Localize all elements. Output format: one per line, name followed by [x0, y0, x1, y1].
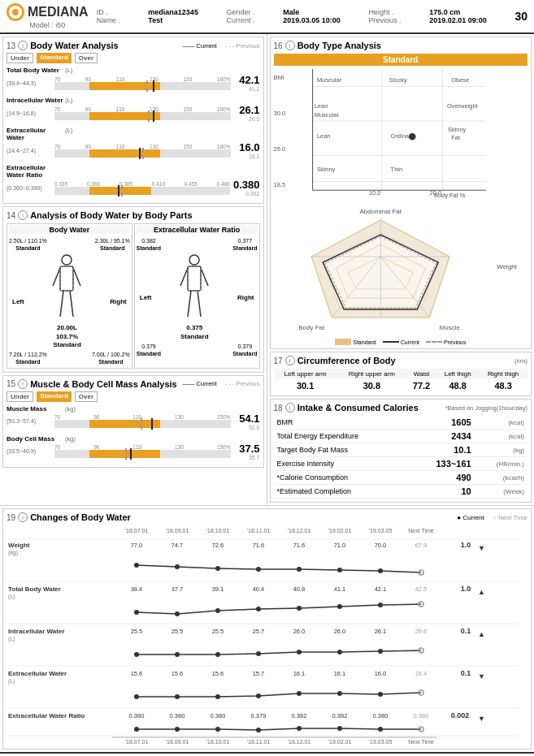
svg-point-80: [297, 567, 302, 572]
bta-standard-bar: Standard: [274, 54, 528, 66]
bwa-value-2: 26.1: [234, 104, 260, 116]
intake-label-5: *Estimated Completion: [274, 485, 410, 499]
intake-label-2: Target Body Fat Mass: [274, 443, 410, 457]
svg-text:16.4: 16.4: [415, 670, 428, 677]
svg-text:0.382: 0.382: [332, 712, 348, 719]
radar-standard-label: Standard: [353, 339, 376, 345]
svg-text:15.6: 15.6: [131, 670, 143, 677]
svg-point-122: [378, 649, 383, 654]
body-cell-mass-value: 37.5: [234, 443, 260, 455]
bw-center: 20.00L103.7%Standard: [50, 253, 83, 349]
svg-text:26.0: 26.0: [293, 628, 306, 635]
changes-chart: '18.07.01 '18.09.01 '18.10.01 '18.11.01 …: [7, 525, 527, 745]
logo-text: MEDIANA: [28, 5, 89, 19]
svg-rect-1: [60, 266, 73, 291]
human-figure-ecwr: [178, 253, 211, 322]
svg-text:'18.10.01: '18.10.01: [206, 739, 230, 744]
human-figure-bw: [50, 253, 83, 322]
section-15-title: Muscle & Body Cell Mass Analysis: [30, 379, 177, 389]
svg-point-117: [175, 652, 180, 657]
svg-point-121: [337, 650, 342, 654]
muscle-mass-standard: [89, 420, 160, 428]
model-text: Model : i50: [29, 21, 65, 29]
svg-text:Obese: Obese: [451, 76, 469, 84]
svg-point-140: [297, 691, 302, 696]
svg-text:0.380: 0.380: [373, 712, 389, 719]
bwa-unit-3: (L): [65, 127, 72, 134]
svg-text:25.7: 25.7: [253, 628, 265, 635]
section-13-num: 13: [7, 41, 15, 50]
bwa-tags: Under Standard Over: [7, 53, 260, 63]
svg-text:'18.07.01: '18.07.01: [125, 528, 149, 534]
muscle-mass-label: Muscle Mass: [7, 405, 63, 413]
bw-bottom-right: 7.00L / 100.2%Standard: [92, 351, 130, 365]
section-14: 14 i Analysis of Body Water by Body Part…: [2, 206, 264, 373]
bwa-label-3: Extracellular Water: [7, 127, 63, 141]
radar-chart-area: Abdominal Fat Weight Muscle Body Fat: [274, 204, 528, 345]
svg-point-155: [134, 727, 139, 732]
radar-standard-box: [335, 339, 351, 345]
ecwr-figure-row: Left 0.375Standard: [137, 253, 258, 341]
intake-val-2: 10.1: [410, 443, 475, 457]
svg-line-4: [60, 291, 63, 317]
page-footer: MEDIANA Copyright(c) 2021 Mediana Co., L…: [0, 752, 534, 756]
section-15: 15 i Muscle & Body Cell Mass Analysis ——…: [2, 375, 264, 468]
svg-point-120: [297, 650, 302, 654]
svg-text:37.7: 37.7: [171, 585, 184, 593]
svg-text:Muscular: Muscular: [316, 76, 341, 84]
svg-text:16.1: 16.1: [334, 670, 346, 677]
previous-value: 2019.02.01 09:00: [429, 16, 508, 24]
bwa-prev-value-1: 41.1: [234, 86, 260, 92]
bw-center-val: 20.00L103.7%Standard: [50, 324, 83, 349]
muscle-mass-scale: 7090110130150%: [54, 414, 231, 420]
svg-line-10: [201, 268, 208, 286]
svg-text:72.6: 72.6: [212, 542, 224, 549]
info-icon-18: i: [285, 403, 295, 413]
svg-point-96: [134, 610, 139, 615]
current-label: Current .: [227, 16, 277, 24]
svg-rect-13: [188, 266, 201, 291]
svg-text:0.380: 0.380: [129, 712, 145, 719]
intake-table: BMR 1605 (kcal) Total Energy Expenditure…: [274, 416, 528, 499]
bw-bottom-row: 7.20L / 112.2%Standard 7.00L / 100.2%Sta…: [9, 351, 130, 365]
bwa-standard-bar-3: [89, 149, 160, 158]
circ-header-0: Left upper arm: [274, 369, 337, 379]
ecwr-center-val: 0.375Standard: [178, 324, 211, 341]
svg-line-5: [70, 291, 73, 317]
svg-text:'18.07.01: '18.07.01: [125, 739, 149, 744]
svg-text:Thin: Thin: [390, 166, 402, 173]
changes-legend: ● Current ○ Next Time: [457, 514, 527, 521]
section-16: 16 i Body Type Analysis Standard BMI 30.…: [270, 37, 532, 349]
bwa-prev-marker-3: [142, 148, 144, 159]
header-fields: ID . mediana12345 Gender . Male Height .…: [97, 8, 509, 24]
muscle-mass-bar: [54, 420, 231, 428]
bwa-prev-marker-2: [148, 110, 150, 122]
bwa-prev-value-3: 16.1: [234, 153, 260, 159]
ecwr-header: Extracellular Water Ratio: [137, 226, 258, 234]
bmi-25: 25.0: [274, 145, 293, 153]
ecwr-bottom-right: 0.379Standard: [232, 343, 257, 357]
svg-text:'19.03.05: '19.03.05: [369, 739, 393, 744]
svg-line-3: [73, 268, 80, 286]
svg-point-7: [189, 255, 199, 265]
circ-unit: (cm): [514, 357, 527, 365]
body-water-header: Body Water: [9, 226, 130, 234]
svg-text:25.5: 25.5: [171, 628, 184, 635]
radar-previous-line: [426, 341, 442, 343]
body-cell-mass-prev-val: 35.7: [234, 455, 260, 460]
svg-text:▼: ▼: [478, 715, 485, 723]
svg-text:Extracellular Water: Extracellular Water: [8, 670, 67, 677]
info-icon-17: i: [285, 356, 295, 365]
circ-val-1: 30.8: [337, 379, 406, 392]
bwa-row-4: Extracellular Water Ratio (0.360~0.390) …: [7, 164, 260, 197]
bwa-unit-1: (L): [65, 67, 72, 74]
body-cell-mass-label: Body Cell Mass: [7, 435, 63, 443]
svg-text:25.5: 25.5: [131, 628, 143, 635]
body-cell-mass-unit: (kg): [65, 435, 76, 443]
svg-text:26.6: 26.6: [415, 628, 428, 635]
svg-text:0.382: 0.382: [292, 712, 307, 719]
gender-label: Gender .: [227, 8, 277, 16]
svg-point-157: [215, 727, 220, 732]
intake-label-0: BMR: [274, 416, 410, 430]
bwa-label-1: Total Body Water: [7, 67, 63, 74]
